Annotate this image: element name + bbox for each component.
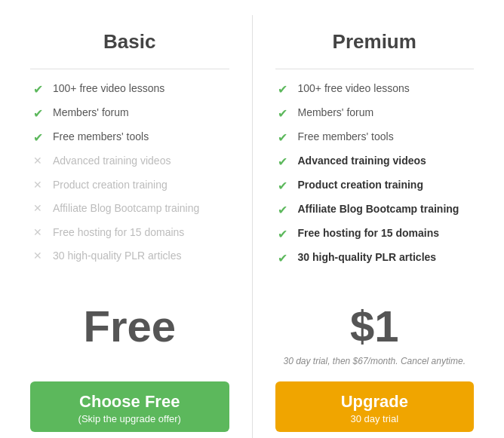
feature-text-f4: Advanced training videos — [298, 154, 426, 169]
feature-item-f4: ✔Advanced training videos — [275, 154, 475, 169]
feature-text-f4: Advanced training videos — [53, 154, 171, 169]
cross-icon: ✕ — [30, 155, 45, 167]
feature-item-f7: ✕Free hosting for 15 domains — [30, 225, 229, 240]
feature-text-f1: 100+ free video lessons — [298, 81, 410, 96]
check-icon: ✔ — [30, 106, 45, 121]
check-icon: ✔ — [275, 251, 290, 265]
feature-item-f5: ✕Product creation training — [30, 178, 229, 193]
feature-item-f5: ✔Product creation training — [275, 178, 475, 193]
feature-item-f1: ✔100+ free video lessons — [275, 81, 475, 96]
plan-basic-features: ✔100+ free video lessons✔Members' forum✔… — [30, 81, 229, 273]
feature-text-f2: Members' forum — [298, 106, 374, 121]
check-icon: ✔ — [275, 82, 290, 96]
feature-text-f3: Free members' tools — [298, 130, 394, 145]
check-icon: ✔ — [275, 227, 290, 241]
feature-text-f1: 100+ free video lessons — [53, 81, 164, 96]
plan-basic-cta-sub-text: (Skip the upgrade offer) — [78, 413, 181, 424]
plan-premium-cta-main-text: Upgrade — [341, 392, 408, 412]
feature-item-f4: ✕Advanced training videos — [30, 154, 229, 169]
pricing-container: Basic✔100+ free video lessons✔Members' f… — [0, 0, 504, 438]
feature-text-f6: Affiliate Blog Bootcamp training — [53, 201, 199, 216]
feature-item-f8: ✔30 high-quality PLR articles — [275, 250, 475, 265]
cross-icon: ✕ — [30, 202, 45, 214]
cross-icon: ✕ — [30, 250, 45, 262]
feature-text-f7: Free hosting for 15 domains — [298, 226, 439, 241]
check-icon: ✔ — [275, 155, 290, 169]
plan-basic-title: Basic — [103, 30, 155, 54]
plan-premium-price: $1 — [350, 305, 399, 348]
check-icon: ✔ — [275, 106, 290, 121]
plan-basic-cta-button[interactable]: Choose Free(Skip the upgrade offer) — [30, 381, 229, 432]
feature-item-f2: ✔Members' forum — [275, 106, 475, 121]
plan-premium-cta-button[interactable]: Upgrade30 day trial — [275, 381, 475, 432]
plan-premium-title: Premium — [333, 30, 416, 54]
feature-item-f6: ✕Affiliate Blog Bootcamp training — [30, 201, 229, 216]
plan-basic-cta-main-text: Choose Free — [79, 392, 180, 412]
feature-text-f6: Affiliate Blog Bootcamp training — [298, 202, 459, 217]
plan-basic-price: Free — [83, 305, 176, 348]
feature-text-f2: Members' forum — [53, 106, 129, 121]
check-icon: ✔ — [275, 203, 290, 217]
plan-premium-cta-sub-text: 30 day trial — [350, 413, 398, 424]
plan-premium: Premium✔100+ free video lessons✔Members'… — [253, 15, 497, 438]
feature-item-f7: ✔Free hosting for 15 domains — [275, 226, 475, 241]
cross-icon: ✕ — [30, 179, 45, 191]
feature-text-f3: Free members' tools — [53, 130, 149, 145]
cross-icon: ✕ — [30, 226, 45, 238]
feature-item-f3: ✔Free members' tools — [30, 130, 229, 145]
plan-basic: Basic✔100+ free video lessons✔Members' f… — [8, 15, 253, 438]
plan-premium-price-note: 30 day trial, then $67/month. Cancel any… — [284, 356, 466, 366]
feature-text-f5: Product creation training — [298, 178, 423, 193]
plan-basic-divider — [30, 69, 229, 69]
feature-item-f6: ✔Affiliate Blog Bootcamp training — [275, 202, 475, 217]
feature-text-f5: Product creation training — [53, 178, 167, 193]
check-icon: ✔ — [275, 179, 290, 193]
check-icon: ✔ — [30, 130, 45, 145]
feature-item-f1: ✔100+ free video lessons — [30, 81, 229, 96]
feature-text-f7: Free hosting for 15 domains — [53, 225, 184, 240]
feature-item-f8: ✕30 high-quality PLR articles — [30, 249, 229, 264]
plan-premium-divider — [275, 69, 475, 69]
plan-premium-features: ✔100+ free video lessons✔Members' forum✔… — [275, 81, 475, 274]
check-icon: ✔ — [275, 130, 290, 145]
feature-item-f3: ✔Free members' tools — [275, 130, 475, 145]
feature-text-f8: 30 high-quality PLR articles — [298, 250, 437, 265]
check-icon: ✔ — [30, 82, 45, 96]
feature-item-f2: ✔Members' forum — [30, 106, 229, 121]
feature-text-f8: 30 high-quality PLR articles — [53, 249, 181, 264]
